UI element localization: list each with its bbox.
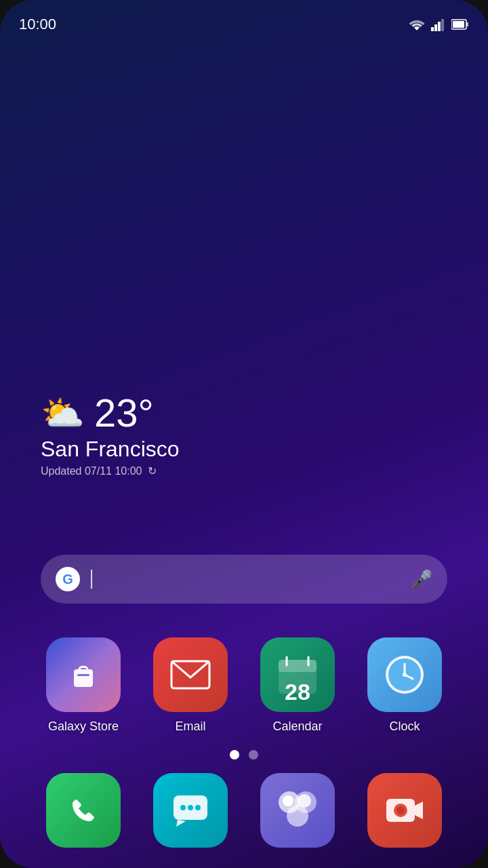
games-svg [274,787,321,833]
app-item-galaxy-store[interactable]: Galaxy Store [39,637,127,734]
app-item-phone[interactable] [39,773,127,848]
svg-rect-7 [74,669,93,687]
svg-marker-29 [415,802,423,819]
clock-svg [382,652,428,698]
calendar-label: Calendar [272,719,322,734]
svg-point-25 [287,805,308,827]
phone-svg [66,793,101,828]
search-bar[interactable]: G 🎤 [41,555,447,604]
weather-icon: ⛅ [41,395,85,431]
page-dot-1[interactable] [230,750,239,760]
camera-svg [384,792,426,829]
weather-updated: Updated 07/11 10:00 ↻ [41,465,180,477]
svg-rect-3 [441,19,444,31]
signal-icon [431,18,446,31]
svg-point-27 [298,794,311,808]
phone-screen: 10:00 ⛅ 23 [0,0,488,868]
svg-point-26 [283,795,293,806]
google-logo: G [56,567,80,591]
email-icon [153,637,228,712]
messages-svg [171,793,210,828]
app-grid: Galaxy Store Email 28 [0,637,488,734]
svg-point-31 [396,806,405,814]
app-item-clock[interactable]: Clock [361,637,449,734]
search-input[interactable] [88,555,403,604]
app-item-calendar[interactable]: 28 Calendar [253,637,342,734]
status-bar: 10:00 [0,0,488,41]
status-icons [408,18,469,31]
weather-widget[interactable]: ⛅ 23° San Francisco Updated 07/11 10:00 … [41,393,180,477]
svg-rect-0 [431,27,434,31]
mic-icon[interactable]: 🎤 [411,569,432,590]
camera-record-icon [367,773,442,848]
svg-rect-5 [466,22,468,26]
svg-point-20 [180,805,186,810]
app-item-messages[interactable] [146,773,235,848]
galaxy-store-icon [46,637,121,712]
bottom-dock [0,773,488,848]
svg-rect-6 [453,21,464,28]
wifi-icon [408,18,426,31]
bag-svg [64,656,102,694]
calendar-icon: 28 [260,637,335,712]
clock-label: Clock [389,719,420,734]
svg-point-22 [195,805,201,810]
phone-icon [46,773,121,848]
cursor [91,570,92,589]
page-dots [0,750,488,760]
refresh-icon: ↻ [148,465,157,477]
calendar-date: 28 [285,679,310,705]
svg-rect-11 [279,660,317,672]
app-item-camera[interactable] [361,773,449,848]
page-dot-2[interactable] [249,750,258,760]
app-item-email[interactable]: Email [146,637,235,734]
svg-rect-8 [77,674,89,676]
svg-point-18 [403,673,407,677]
clock-icon [367,637,442,712]
email-label: Email [175,719,205,734]
svg-point-21 [188,805,193,810]
envelope-svg [170,660,211,690]
app-item-games[interactable] [253,773,342,848]
status-time: 10:00 [19,16,56,33]
galaxy-store-label: Galaxy Store [48,719,119,734]
google-g-letter: G [62,572,73,587]
svg-rect-2 [438,22,441,31]
svg-rect-1 [434,24,437,31]
battery-icon [451,18,469,31]
messages-icon [153,773,228,848]
games-icon [260,773,335,848]
weather-temp: 23° [94,393,154,433]
weather-city: San Francisco [41,437,180,462]
